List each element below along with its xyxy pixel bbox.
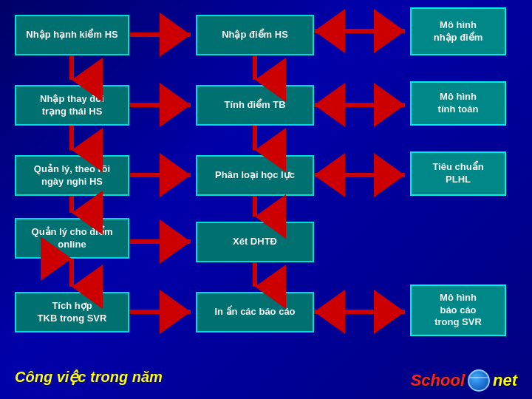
school-logo: School net	[411, 369, 517, 392]
label-tieu-chuan-plhl: Tiêu chuẩnPLHL	[432, 161, 483, 186]
label-quan-ly-cho-diem: Quản lý cho điểmonline	[32, 226, 113, 251]
label-nhap-thay-doi: Nhập thay đổitrạng thái HS	[40, 93, 104, 118]
label-tich-hop: Tích hợpTKB trong SVR	[38, 300, 107, 325]
box-quan-ly-theo-roi: Quản lý, theo rõingày nghi HS	[15, 155, 129, 196]
main-container: Nhập hạnh kiểm HS Nhập thay đổitrạng thá…	[0, 0, 532, 399]
net-text: net	[493, 371, 517, 390]
label-mo-hinh-nhap-diem: Mô hìnhnhập điểm	[434, 19, 483, 44]
label-tinh-diem-tb: Tính điểm TB	[224, 99, 285, 112]
label-mo-hinh-tinh-toan: Mô hìnhtính toán	[438, 91, 479, 116]
box-quan-ly-cho-diem: Quản lý cho điểmonline	[15, 218, 129, 259]
label-quan-ly-theo-roi: Quản lý, theo rõingày nghi HS	[34, 163, 110, 188]
box-tieu-chuan-plhl: Tiêu chuẩnPLHL	[410, 151, 506, 196]
school-text: School	[411, 371, 465, 390]
label-nhap-hanh-kiem: Nhập hạnh kiểm HS	[26, 29, 117, 41]
box-in-an-bao-cao: In ấn các báo cáo	[196, 292, 314, 332]
box-phan-loai-hoc-luc: Phân loại học lực	[196, 155, 314, 196]
box-mo-hinh-bao-cao: Mô hìnhbáo cáotrong SVR	[410, 284, 506, 336]
box-mo-hinh-nhap-diem: Mô hìnhnhập điểm	[410, 7, 506, 55]
box-tich-hop: Tích hợpTKB trong SVR	[15, 292, 129, 332]
box-mo-hinh-tinh-toan: Mô hìnhtính toán	[410, 81, 506, 126]
bottom-text-label: Công việc trong năm	[15, 369, 163, 385]
label-in-an-bao-cao: In ấn các báo cáo	[214, 306, 295, 318]
label-phan-loai-hoc-luc: Phân loại học lực	[215, 169, 295, 182]
bottom-text: Công việc trong năm	[15, 368, 163, 386]
box-tinh-diem-tb: Tính điểm TB	[196, 85, 314, 126]
label-xet-dhtd: Xét DHTĐ	[233, 236, 277, 248]
globe-icon	[468, 369, 490, 392]
box-nhap-hanh-kiem: Nhập hạnh kiểm HS	[15, 15, 129, 55]
arrows-svg	[0, 0, 532, 399]
box-nhap-thay-doi: Nhập thay đổitrạng thái HS	[15, 85, 129, 126]
box-xet-dhtd: Xét DHTĐ	[196, 222, 314, 262]
label-mo-hinh-bao-cao: Mô hìnhbáo cáotrong SVR	[434, 292, 482, 330]
box-nhap-diem-hs: Nhập điểm HS	[196, 15, 314, 55]
label-nhap-diem-hs: Nhập điểm HS	[222, 29, 288, 41]
